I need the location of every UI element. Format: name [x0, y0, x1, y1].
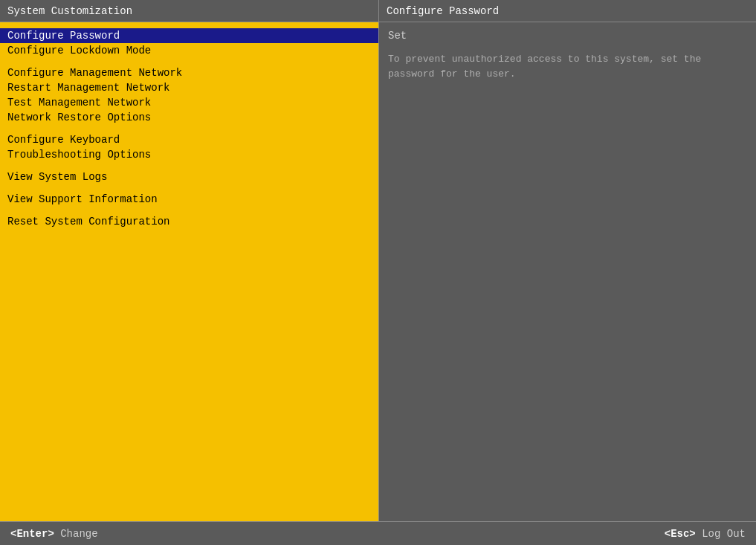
menu-item-troubleshooting-options[interactable]: Troubleshooting Options	[0, 147, 378, 162]
menu-item-view-support-information[interactable]: View Support Information	[0, 192, 378, 207]
menu-item-configure-keyboard[interactable]: Configure Keyboard	[0, 132, 378, 147]
menu-item-test-management-network[interactable]: Test Management Network	[0, 95, 378, 110]
menu-item-reset-system-configuration[interactable]: Reset System Configuration	[0, 214, 378, 229]
left-panel: Configure Password Configure Lockdown Mo…	[0, 22, 379, 521]
right-panel-title: Configure Password	[387, 5, 499, 17]
menu-item-configure-password[interactable]: Configure Password	[0, 28, 378, 43]
menu-spacer-1	[0, 58, 378, 65]
header-row: System Customization Configure Password	[0, 0, 756, 22]
menu-spacer-5	[0, 207, 378, 214]
footer-enter: <Enter> Change	[10, 528, 98, 540]
menu-item-configure-management-network[interactable]: Configure Management Network	[0, 65, 378, 80]
menu-item-network-restore-options[interactable]: Network Restore Options	[0, 110, 378, 125]
esc-key-label: <Esc>	[665, 528, 696, 540]
right-panel: Set To prevent unauthorized access to th…	[379, 22, 756, 521]
menu-spacer-3	[0, 162, 378, 170]
footer-row: <Enter> Change <Esc> Log Out	[0, 521, 756, 545]
detail-description: To prevent unauthorized access to this s…	[388, 52, 747, 81]
footer-esc: <Esc> Log Out	[665, 528, 746, 540]
menu-spacer-4	[0, 184, 378, 192]
menu-spacer-2	[0, 125, 378, 132]
left-panel-title: System Customization	[7, 5, 132, 17]
main-row: Configure Password Configure Lockdown Mo…	[0, 22, 756, 521]
header-left: System Customization	[0, 0, 379, 22]
screen: System Customization Configure Password …	[0, 0, 756, 545]
enter-key-label: <Enter>	[10, 528, 54, 540]
menu-item-view-system-logs[interactable]: View System Logs	[0, 170, 378, 184]
enter-action-label: Change	[54, 528, 98, 540]
menu-item-configure-lockdown-mode[interactable]: Configure Lockdown Mode	[0, 43, 378, 58]
detail-title: Set	[388, 30, 747, 42]
esc-action-label: Log Out	[696, 528, 746, 540]
header-right: Configure Password	[379, 0, 756, 22]
menu-item-restart-management-network[interactable]: Restart Management Network	[0, 80, 378, 95]
